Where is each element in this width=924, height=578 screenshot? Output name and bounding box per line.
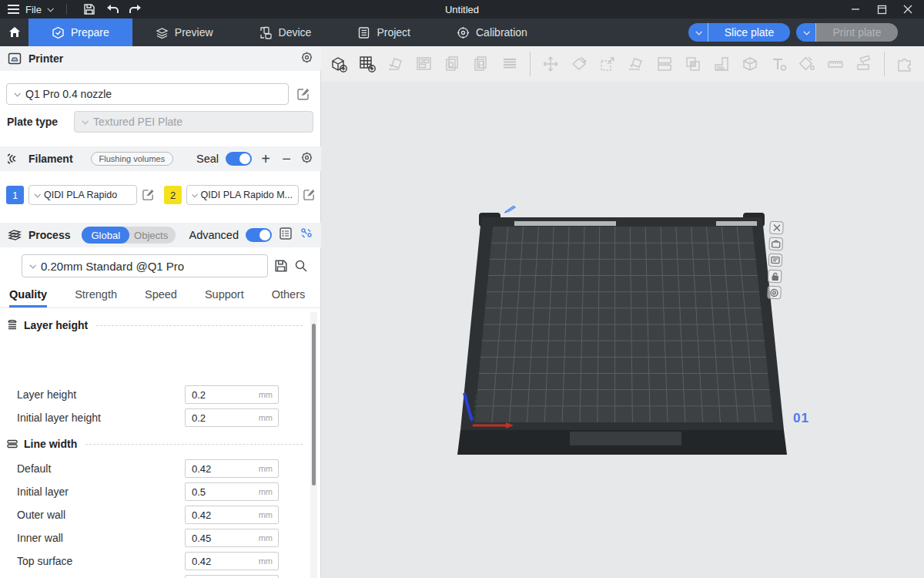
filament-2-select[interactable]: QIDI PLA Rapido M... [186, 185, 299, 205]
viewport[interactable]: P [321, 46, 924, 578]
tab-support[interactable]: Support [205, 288, 244, 307]
main-tabbar: Prepare Preview Device Project Calibrati… [0, 18, 924, 46]
edit-filament-1-icon[interactable] [142, 188, 156, 202]
divider [66, 4, 67, 15]
rename-plate-pencil-icon[interactable] [503, 203, 518, 217]
setting-label: Initial layer [17, 482, 69, 501]
printer-preset-select[interactable]: Q1 Pro 0.4 nozzle [6, 83, 289, 105]
process-tabs: Quality Strength Speed Support Others [0, 284, 321, 308]
prepare-icon [52, 26, 65, 39]
filament-section-title: Filament [28, 153, 73, 165]
initial-layer-line-width-input[interactable] [186, 483, 246, 500]
setting-input-row: mm [185, 575, 279, 578]
param-list-icon[interactable] [279, 227, 293, 244]
initial-layer-height-input[interactable] [186, 409, 246, 426]
setting-input-row: mm [185, 506, 279, 524]
plate-handle-notch [570, 432, 681, 445]
settings-scroll-area[interactable]: Layer height Layer height mm Initial lay… [0, 308, 321, 578]
plate-number-label[interactable]: 01 [793, 411, 809, 426]
tab-others[interactable]: Others [272, 288, 306, 307]
filament-2-badge[interactable]: 2 [164, 186, 182, 204]
tab-calibration[interactable]: Calibration [434, 18, 551, 46]
setting-label: Default [17, 459, 51, 478]
process-icon [8, 229, 22, 241]
save-icon[interactable] [81, 2, 98, 16]
save-preset-icon[interactable] [274, 259, 288, 276]
line-width-icon [6, 439, 18, 449]
printer-preset-value: Q1 Pro 0.4 nozzle [25, 88, 112, 100]
plate-icon-column [767, 221, 784, 300]
plate-type-select[interactable]: Textured PEI Plate [74, 111, 313, 133]
file-menu-chevron-icon[interactable] [47, 5, 53, 12]
printer-icon [8, 52, 22, 65]
plate-name-icon[interactable] [767, 286, 782, 300]
default-line-width-input[interactable] [186, 460, 246, 477]
remove-filament-button[interactable]: − [280, 152, 293, 166]
plate-settings-icon[interactable] [768, 254, 783, 267]
tab-device[interactable]: Device [236, 18, 335, 46]
redo-icon[interactable] [127, 2, 144, 16]
minimize-button[interactable] [844, 2, 867, 17]
layer-height-input[interactable] [186, 386, 246, 403]
tab-project[interactable]: Project [334, 18, 434, 46]
outer-wall-line-width-input[interactable] [186, 506, 246, 523]
slice-plate-splitbutton: Slice plate [688, 23, 790, 42]
filament-settings-gear-icon[interactable] [300, 151, 313, 167]
plate-wipe-strip [514, 221, 616, 226]
file-menu[interactable]: File [25, 4, 42, 15]
setting-input-row: mm [185, 408, 279, 427]
add-filament-button[interactable]: + [259, 152, 273, 166]
close-button[interactable] [896, 2, 919, 17]
flushing-volumes-button[interactable]: Flushing volumes [91, 152, 174, 166]
tab-prepare[interactable]: Prepare [28, 18, 132, 46]
tab-speed[interactable]: Speed [145, 288, 177, 307]
delete-plate-icon[interactable] [769, 221, 784, 235]
filament-icon [8, 153, 22, 165]
setting-input-row: mm [185, 529, 279, 547]
edit-filament-2-icon[interactable] [303, 188, 316, 202]
advanced-toggle[interactable] [246, 228, 272, 242]
tab-preview[interactable]: Preview [132, 18, 236, 46]
printer-section-header: Printer [0, 46, 321, 71]
settings-scrollbar-thumb[interactable] [312, 324, 316, 486]
scope-global[interactable]: Global [82, 227, 129, 244]
menu-icon[interactable] [8, 5, 19, 14]
arrange-plate-icon[interactable] [768, 237, 783, 251]
build-plate[interactable] [321, 46, 924, 578]
print-plate-splitbutton: Print plate [796, 23, 898, 42]
tab-strength[interactable]: Strength [75, 288, 117, 307]
setting-label: Top surface [17, 552, 72, 570]
seal-toggle[interactable] [226, 152, 252, 166]
filament-1-select[interactable]: QIDI PLA Rapido [28, 185, 137, 205]
process-section-title: Process [28, 229, 70, 241]
compare-params-icon[interactable] [300, 227, 313, 244]
plate-type-label: Plate type [7, 116, 58, 128]
plate-wipe-strip [716, 221, 757, 226]
undo-icon[interactable] [104, 2, 121, 16]
setting-input-row: mm [185, 385, 279, 404]
preview-icon [156, 26, 169, 39]
process-section-header: Process Global Objects Advanced [0, 223, 321, 247]
scope-objects[interactable]: Objects [129, 230, 176, 241]
home-button[interactable] [0, 18, 28, 46]
slice-dropdown-chevron-icon[interactable] [688, 23, 708, 42]
titlebar: File Untitled [0, 0, 924, 18]
tab-quality[interactable]: Quality [9, 288, 47, 307]
process-scope-toggle: Global Objects [82, 227, 176, 244]
slice-plate-button[interactable]: Slice plate [708, 23, 790, 42]
printer-settings-gear-icon[interactable] [300, 51, 313, 67]
edit-printer-icon[interactable] [296, 87, 310, 101]
sidebar-panel: Printer Q1 Pro 0.4 nozzle Plate type Tex… [0, 46, 321, 578]
filament-2-name: QIDI PLA Rapido M... [201, 190, 293, 200]
search-preset-icon[interactable] [294, 259, 308, 276]
process-preset-select[interactable]: 0.20mm Standard @Q1 Pro [22, 254, 268, 277]
top-surface-line-width-input[interactable] [186, 553, 246, 570]
device-icon [259, 26, 273, 39]
setting-input-row: mm [185, 482, 279, 501]
lock-plate-icon[interactable] [768, 270, 782, 284]
filament-1-badge[interactable]: 1 [6, 186, 24, 204]
maximize-button[interactable] [870, 2, 893, 17]
print-dropdown-chevron-icon[interactable] [796, 23, 816, 42]
project-icon [357, 26, 370, 39]
inner-wall-line-width-input[interactable] [186, 529, 246, 546]
